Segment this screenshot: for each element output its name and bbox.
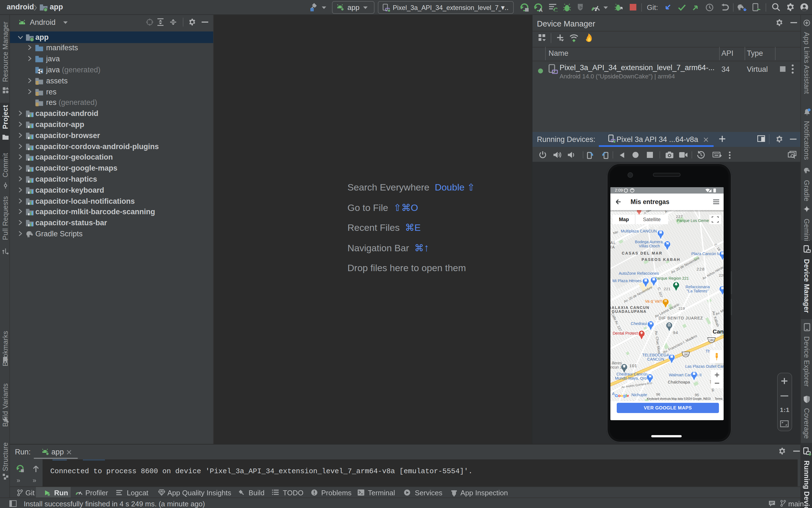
svg-text:VER GOOGLE MAPS: VER GOOGLE MAPS [644, 405, 692, 411]
svg-text:CASAS DEL MAR: CASAS DEL MAR [621, 251, 662, 255]
svg-text:180: 180 [683, 353, 688, 356]
svg-text:Dental Protect: Dental Protect [612, 331, 638, 335]
svg-text:180: 180 [709, 339, 714, 342]
svg-text:A: A [612, 391, 614, 396]
svg-text:Multiplaza CANCUN: Multiplaza CANCUN [621, 229, 656, 233]
svg-text:221: 221 [663, 287, 671, 291]
svg-text:PASEOS KABAH: PASEOS KABAH [641, 257, 680, 262]
svg-text:A GUADALUPANA: A GUADALUPANA [610, 309, 646, 313]
svg-text:101: 101 [629, 363, 637, 368]
svg-text:Bodega Aurrera,: Bodega Aurrera, [635, 240, 664, 244]
svg-text:Satellite: Satellite [643, 217, 660, 222]
svg-text:95: 95 [694, 393, 698, 397]
svg-text:Chedraui Cancún: Chedraui Cancún [616, 372, 647, 376]
svg-text:Chedraui: Chedraui [631, 322, 647, 326]
svg-text:Google: Google [614, 393, 629, 398]
svg-text:Nichupte: Nichupte [631, 393, 647, 397]
svg-text:Chalchoapa: Chalchoapa [667, 380, 690, 384]
svg-text:AutoZone Refacciones: AutoZone Refacciones [618, 271, 659, 276]
svg-text:CANCÚN: CANCÚN [647, 357, 664, 362]
svg-text:Terms: Terms [715, 397, 722, 400]
svg-text:94: 94 [673, 330, 678, 335]
svg-text:Map: Map [619, 217, 628, 222]
svg-text:Va q’ Va!!!: Va q’ Va!!! [645, 299, 662, 303]
svg-text:Plaza Cancún Mall: Plaza Cancún Mall [691, 252, 723, 256]
svg-text:Keyboard shortcuts: Keyboard shortcuts [647, 397, 671, 400]
svg-text:"La Talleres": "La Talleres" [686, 289, 708, 293]
svg-text:AL: AL [610, 241, 616, 245]
svg-text:227: 227 [676, 214, 683, 219]
svg-text:Villas Otoch: Villas Otoch [639, 244, 660, 248]
svg-text:2:09: 2:09 [614, 188, 622, 193]
svg-text:A: A [539, 7, 543, 12]
svg-text:228: 228 [696, 267, 704, 271]
svg-text:TELEBODEGA: TELEBODEGA [642, 353, 669, 357]
svg-text:IA: IA [610, 245, 615, 249]
svg-text:DIF BENITO JUAREZ: DIF BENITO JUAREZ [658, 316, 703, 320]
svg-text:ncun 2: ncun 2 [610, 365, 622, 369]
svg-text:Parque Los Gemel: Parque Los Gemel [677, 218, 709, 223]
svg-text:Can: Can [712, 328, 723, 335]
svg-text:Map data ©2024 Google, INEGI: Map data ©2024 Google, INEGI [671, 397, 710, 400]
svg-text:Th: Th [705, 349, 710, 353]
svg-text:Mis entregas: Mis entregas [630, 198, 669, 205]
svg-text:Parque Region 221: Parque Region 221 [654, 276, 689, 281]
svg-text:Refaccionaria: Refaccionaria [685, 285, 709, 289]
svg-text:96: 96 [656, 392, 660, 396]
svg-text:Mi Plaza Héroes: Mi Plaza Héroes [612, 279, 641, 283]
svg-text:Mundo Maya, Qroo: Mundo Maya, Qroo [614, 376, 649, 380]
svg-text:219: 219 [678, 306, 685, 310]
svg-text:illeres: illeres [611, 361, 622, 365]
svg-text:Las Plazas Outlet Car: Las Plazas Outlet Car [685, 364, 723, 369]
svg-text:229: 229 [719, 273, 723, 278]
